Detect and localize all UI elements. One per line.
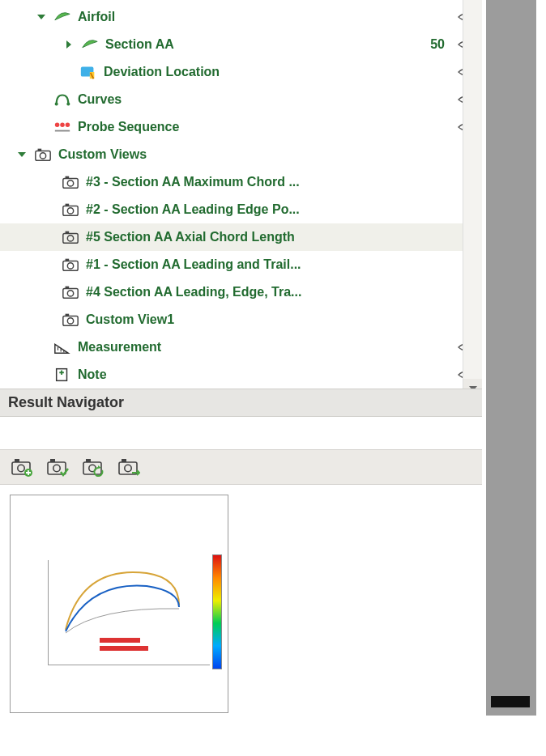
tree-item-probe-sequence[interactable]: Probe Sequence: [0, 113, 482, 141]
svg-rect-26: [66, 259, 70, 261]
tree-item-note[interactable]: Note: [0, 361, 482, 389]
view-thumbnail[interactable]: [10, 495, 228, 713]
measurement-icon: [52, 338, 73, 356]
collapse-icon[interactable]: [15, 147, 29, 162]
tree-item-measurement[interactable]: Measurement: [0, 333, 482, 361]
svg-rect-42: [50, 459, 55, 462]
custom-view-item[interactable]: #3 - Section AA Maximum Chord ...: [0, 168, 482, 196]
deviation-icon: [78, 63, 99, 81]
camera-icon: [60, 201, 81, 219]
camera-icon: [60, 173, 81, 191]
tree-item-label: #2 - Section AA Leading Edge Po...: [86, 202, 300, 217]
custom-view-item[interactable]: #1 - Section AA Leading and Trail...: [0, 251, 482, 278]
svg-rect-32: [66, 314, 70, 316]
tree-item-label: Deviation Location: [104, 65, 220, 79]
tree-item-label: Custom View1: [86, 312, 174, 327]
svg-point-16: [67, 181, 73, 186]
tree-item-label: Curves: [78, 92, 122, 107]
tree-item-label: Probe Sequence: [78, 120, 179, 134]
tree-item-section-aa[interactable]: Section AA 50: [0, 31, 482, 58]
camera-icon: [60, 311, 81, 329]
svg-rect-14: [38, 149, 42, 151]
curves-icon: [52, 91, 73, 108]
bottom-strip: [486, 716, 546, 756]
result-navigator-gap: [0, 417, 482, 449]
result-navigator-title: Result Navigator: [0, 389, 482, 417]
custom-view-item[interactable]: #2 - Section AA Leading Edge Po...: [0, 196, 482, 223]
probe-sequence-icon: [52, 118, 73, 136]
tree-item-label: #1 - Section AA Leading and Trail...: [86, 257, 301, 272]
svg-point-8: [55, 123, 60, 128]
svg-point-6: [66, 102, 70, 105]
tree-item-label: #3 - Section AA Maximum Chord ...: [86, 175, 300, 189]
collapse-icon[interactable]: [34, 10, 49, 24]
tree-item-label: Custom Views: [58, 147, 147, 162]
tree-item-label: Note: [78, 367, 107, 382]
tree-item-curves[interactable]: Curves: [0, 86, 482, 113]
svg-rect-29: [66, 287, 70, 289]
tree-item-label: #4 Section AA Leading, Edge, Tra...: [86, 285, 301, 299]
custom-view-item[interactable]: Custom View1: [0, 306, 482, 333]
refresh-view-button[interactable]: [79, 455, 107, 479]
camera-icon: [60, 283, 81, 301]
tree-item-label: Measurement: [78, 340, 161, 355]
custom-view-item[interactable]: #4 Section AA Leading, Edge, Tra...: [0, 278, 482, 306]
svg-point-22: [67, 236, 73, 241]
svg-point-25: [67, 263, 73, 269]
tree-item-deviation-location[interactable]: Deviation Location: [0, 58, 482, 86]
camera-icon: [32, 146, 53, 164]
svg-rect-45: [86, 459, 91, 462]
tree-item-label: Airfoil: [78, 10, 115, 24]
svg-point-31: [67, 318, 73, 324]
apply-view-button[interactable]: [44, 455, 71, 479]
svg-point-47: [125, 465, 131, 471]
svg-point-5: [55, 102, 58, 105]
add-view-button[interactable]: [8, 455, 36, 479]
svg-rect-38: [15, 459, 19, 462]
svg-point-13: [40, 153, 45, 159]
svg-rect-23: [66, 231, 70, 234]
camera-icon: [60, 228, 81, 246]
svg-rect-20: [66, 204, 70, 206]
side-panel-handle[interactable]: [491, 696, 530, 707]
tree-scrollbar[interactable]: [463, 0, 482, 389]
svg-point-19: [67, 208, 73, 214]
svg-rect-48: [122, 459, 126, 462]
section-icon: [79, 36, 100, 53]
side-panel: [486, 0, 536, 756]
svg-rect-17: [66, 176, 70, 179]
inspection-tree[interactable]: Airfoil Section AA 50: [0, 0, 482, 389]
camera-icon: [60, 256, 81, 274]
svg-point-41: [53, 465, 60, 471]
expand-icon[interactable]: [62, 37, 76, 52]
svg-point-10: [66, 123, 70, 128]
svg-point-37: [18, 465, 24, 471]
tree-item-custom-views[interactable]: Custom Views: [0, 141, 482, 168]
tree-item-label: #5 Section AA Axial Chord Length: [86, 230, 295, 244]
svg-point-28: [67, 291, 73, 296]
airfoil-icon: [52, 8, 73, 26]
scroll-down-icon[interactable]: [463, 379, 483, 389]
export-view-button[interactable]: [115, 455, 143, 479]
svg-rect-40: [48, 462, 66, 474]
tree-item-airfoil[interactable]: Airfoil: [0, 3, 482, 31]
tree-item-value: 50: [430, 37, 445, 52]
custom-view-item-selected[interactable]: #5 Section AA Axial Chord Length: [0, 223, 482, 251]
svg-point-9: [60, 123, 65, 128]
note-icon: [52, 366, 73, 384]
tree-item-label: Section AA: [105, 37, 174, 52]
result-navigator-toolbar: [0, 449, 482, 485]
